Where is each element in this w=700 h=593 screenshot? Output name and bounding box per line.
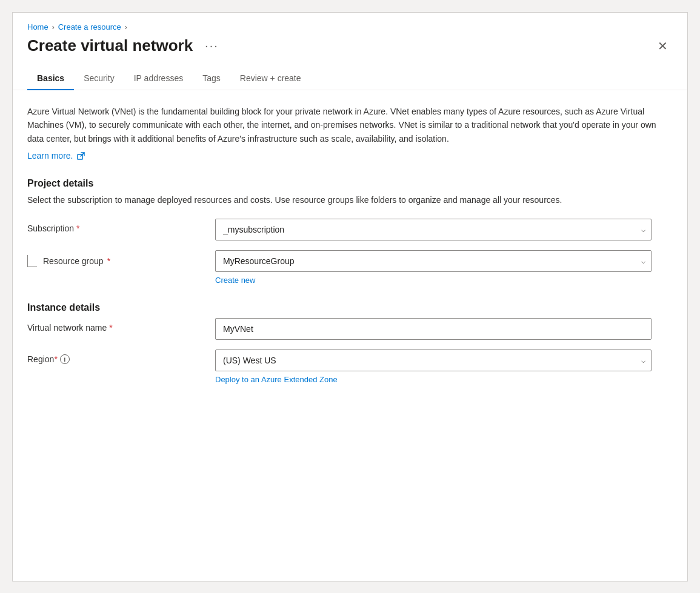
indent-line (27, 255, 37, 267)
create-vnet-panel: Home › Create a resource › Create virtua… (12, 12, 688, 581)
vnet-name-control (215, 318, 652, 340)
project-details-title: Project details (27, 178, 673, 189)
external-link-icon (77, 152, 85, 160)
instance-details-section: Instance details Virtual network name * … (27, 302, 673, 385)
region-info-icon[interactable]: i (60, 354, 70, 364)
tab-ip-addresses[interactable]: IP addresses (124, 67, 193, 90)
region-required: * (54, 354, 57, 364)
vnet-name-input[interactable] (215, 318, 652, 340)
region-dropdown-container: (US) West US ⌵ (215, 350, 652, 371)
tab-basics[interactable]: Basics (27, 67, 74, 90)
instance-details-title: Instance details (27, 302, 673, 313)
region-label: Region * i (27, 350, 215, 364)
breadcrumb-create-resource[interactable]: Create a resource (58, 22, 121, 31)
title-row: Create virtual network ··· ✕ (27, 36, 673, 55)
create-new-link[interactable]: Create new (215, 276, 255, 285)
subscription-required: * (76, 224, 79, 233)
tabs-nav: Basics Security IP addresses Tags Review… (13, 67, 687, 90)
project-details-desc: Select the subscription to manage deploy… (27, 194, 673, 207)
subscription-dropdown-container: _mysubscription ⌵ (215, 219, 652, 240)
breadcrumb: Home › Create a resource › (27, 22, 673, 31)
vnet-name-required: * (109, 323, 112, 333)
tab-security[interactable]: Security (74, 67, 124, 90)
content-area: Azure Virtual Network (VNet) is the fund… (13, 90, 687, 409)
resource-group-dropdown[interactable]: MyResourceGroup (215, 250, 652, 272)
resource-group-dropdown-container: MyResourceGroup ⌵ (215, 250, 652, 272)
resource-group-label: Resource group * (27, 250, 215, 267)
vnet-name-label: Virtual network name * (27, 318, 215, 333)
title-left: Create virtual network ··· (27, 36, 224, 55)
resource-group-required: * (107, 256, 110, 266)
project-details-section: Project details Select the subscription … (27, 178, 673, 285)
more-options-button[interactable]: ··· (200, 36, 224, 55)
learn-more-link[interactable]: Learn more. (27, 151, 85, 161)
region-row: Region * i (US) West US ⌵ Deploy to an A… (27, 350, 673, 385)
breadcrumb-sep-2: › (125, 23, 127, 31)
region-control: (US) West US ⌵ Deploy to an Azure Extend… (215, 350, 652, 385)
page-title: Create virtual network (27, 36, 193, 55)
breadcrumb-home[interactable]: Home (27, 22, 48, 31)
vnet-name-row: Virtual network name * (27, 318, 673, 340)
learn-more-label: Learn more. (27, 151, 73, 161)
subscription-dropdown[interactable]: _mysubscription (215, 219, 652, 240)
deploy-extended-zone-link[interactable]: Deploy to an Azure Extended Zone (215, 375, 338, 384)
subscription-row: Subscription * _mysubscription ⌵ (27, 219, 673, 240)
panel-header: Home › Create a resource › Create virtua… (13, 13, 687, 55)
region-dropdown[interactable]: (US) West US (215, 350, 652, 371)
subscription-control: _mysubscription ⌵ (215, 219, 652, 240)
breadcrumb-sep-1: › (52, 23, 55, 31)
tab-review-create[interactable]: Review + create (230, 67, 311, 90)
tab-tags[interactable]: Tags (193, 67, 230, 90)
subscription-label: Subscription * (27, 219, 215, 233)
resource-group-control: MyResourceGroup ⌵ Create new (215, 250, 652, 285)
description-text: Azure Virtual Network (VNet) is the fund… (27, 105, 670, 145)
resource-group-row: Resource group * MyResourceGroup ⌵ Creat… (27, 250, 673, 285)
close-button[interactable]: ✕ (653, 38, 673, 55)
